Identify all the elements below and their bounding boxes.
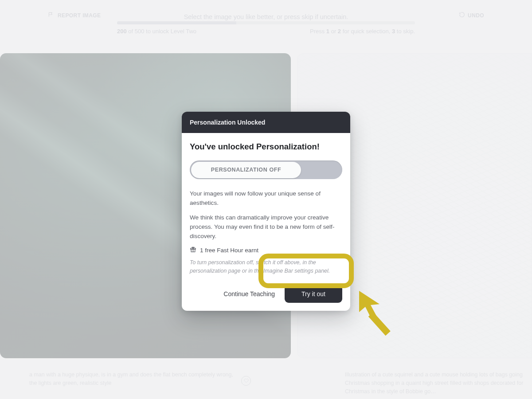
toggle-knob: PERSONALIZATION OFF xyxy=(191,162,301,178)
reward-text: 1 free Fast Hour earnt xyxy=(200,247,258,254)
modal-body-1: Your images will now follow your unique … xyxy=(190,189,342,207)
modal-heading: Personalization Unlocked xyxy=(182,112,350,133)
personalization-toggle[interactable]: PERSONALIZATION OFF xyxy=(190,160,342,179)
modal-fineprint: To turn personalization off, switch it o… xyxy=(190,258,342,275)
toggle-label: PERSONALIZATION OFF xyxy=(211,167,281,173)
continue-teaching-button[interactable]: Continue Teaching xyxy=(220,286,278,302)
modal-body-2: We think this can dramatically improve y… xyxy=(190,213,342,241)
personalization-modal: Personalization Unlocked You've unlocked… xyxy=(182,112,350,311)
gift-icon xyxy=(190,246,196,254)
modal-title: You've unlocked Personalization! xyxy=(190,142,342,152)
reward-line: 1 free Fast Hour earnt xyxy=(190,246,342,254)
try-it-out-button[interactable]: Try it out xyxy=(285,285,342,303)
